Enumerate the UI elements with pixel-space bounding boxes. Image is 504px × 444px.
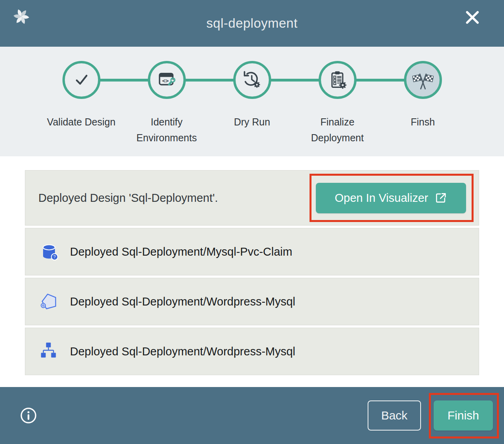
wizard-stepper-section: Validate Design <> Identify: [0, 47, 504, 156]
step-label: Validate Design: [42, 114, 121, 130]
database-icon: ?: [40, 242, 59, 261]
clipboard-gear-icon: [319, 61, 357, 99]
hierarchy-icon: [40, 342, 59, 361]
deployed-item-text: Deployed Sql-Deployment/Wordpress-Mysql: [70, 345, 295, 358]
nirmata-swirl-logo-icon: [10, 6, 32, 28]
deployed-item-row: Deployed Sql-Deployment/Wordpress-Mysql: [25, 278, 479, 325]
modal-title: sql-deployment: [0, 16, 504, 31]
step-label: Finsh: [383, 114, 462, 130]
back-button[interactable]: Back: [368, 400, 421, 431]
code-wrench-icon: <>: [148, 61, 186, 99]
deployment-summary-text: Deployed Design 'Sql-Deployment'.: [38, 192, 218, 205]
dry-run-history-gear-icon: [233, 61, 271, 99]
deployment-wizard-modal: sql-deployment Validate Design: [0, 0, 504, 444]
deployment-summary-row: Deployed Design 'Sql-Deployment'. Open I…: [25, 170, 479, 226]
step-validate-design[interactable]: Validate Design: [39, 61, 124, 146]
component-pentagon-icon: [40, 292, 59, 311]
stepper: Validate Design <> Identify: [39, 47, 466, 146]
check-icon: [62, 61, 100, 99]
step-identify-environments[interactable]: <> Identify Environments: [124, 61, 210, 146]
deployed-item-row: Deployed Sql-Deployment/Wordpress-Mysql: [25, 328, 479, 375]
deployed-item-text: Deployed Sql-Deployment/Mysql-Pvc-Claim: [70, 245, 292, 258]
open-in-visualizer-label: Open In Visualizer: [335, 192, 428, 205]
info-icon[interactable]: [20, 407, 37, 424]
external-link-icon: [434, 192, 447, 204]
modal-header: sql-deployment: [0, 0, 504, 47]
deployed-item-text: Deployed Sql-Deployment/Wordpress-Mysql: [70, 295, 295, 308]
open-in-visualizer-button[interactable]: Open In Visualizer: [316, 183, 466, 213]
modal-footer: Back Finish: [0, 387, 504, 444]
close-icon[interactable]: [464, 9, 481, 26]
svg-text:?: ?: [53, 254, 56, 259]
step-label: Dry Run: [213, 114, 292, 130]
step-label: Finalize Deployment: [298, 114, 377, 146]
step-finalize-deployment[interactable]: Finalize Deployment: [295, 61, 380, 146]
finish-button[interactable]: Finish: [434, 400, 493, 431]
step-finish[interactable]: Finsh: [380, 61, 466, 146]
deployment-results: Deployed Design 'Sql-Deployment'. Open I…: [0, 156, 504, 387]
svg-text:<>: <>: [162, 78, 169, 84]
deployed-item-row: ? Deployed Sql-Deployment/Mysql-Pvc-Clai…: [25, 228, 479, 275]
step-label: Identify Environments: [127, 114, 206, 146]
step-dry-run[interactable]: Dry Run: [210, 61, 295, 146]
checkered-flags-icon: [404, 61, 442, 99]
